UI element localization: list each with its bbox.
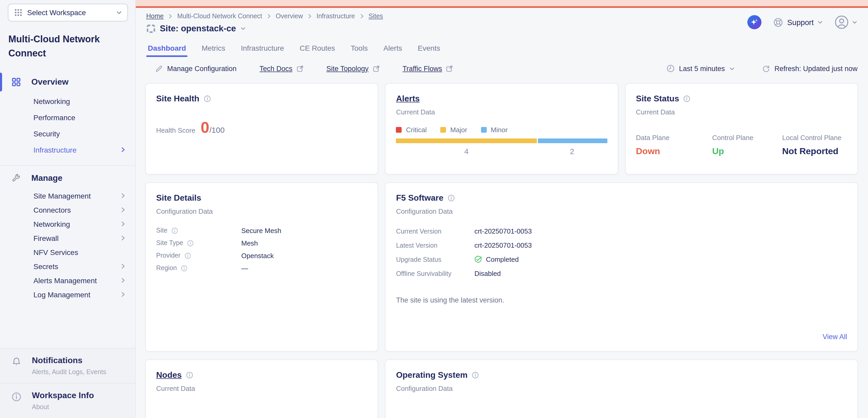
refresh-label: Refresh: Updated just now xyxy=(775,64,858,72)
alerts-stacked-bar[interactable] xyxy=(396,139,608,143)
sidebar-item-label: Firewall xyxy=(33,234,120,242)
tech-docs-link[interactable]: Tech Docs xyxy=(259,64,304,72)
sidebar-item-alerts-management[interactable]: Alerts Management xyxy=(0,273,135,287)
tab-infrastructure[interactable]: Infrastructure xyxy=(241,44,284,57)
nav-section-label: Manage xyxy=(31,174,62,183)
detail-value: Completed xyxy=(486,256,519,263)
info-icon[interactable] xyxy=(184,252,191,259)
nodes-subtitle: Current Data xyxy=(156,385,367,392)
tab-tools[interactable]: Tools xyxy=(351,44,368,57)
status-value: Down xyxy=(636,146,712,157)
chevron-down-icon xyxy=(729,66,735,71)
info-icon[interactable] xyxy=(204,95,211,102)
workspace-selector[interactable]: Select Workspace xyxy=(8,4,128,22)
top-banner xyxy=(136,0,868,8)
tab-dashboard[interactable]: Dashboard xyxy=(148,44,186,57)
app-root: Select Workspace Multi-Cloud Network Con… xyxy=(0,0,868,418)
alerts-card: Alerts Current Data Critical Major Minor xyxy=(385,83,618,175)
traffic-flows-link[interactable]: Traffic Flows xyxy=(402,64,453,72)
row-upgrade-status: Upgrade Status Completed xyxy=(396,252,847,266)
sidebar-item-workspace-info[interactable]: Workspace Info About xyxy=(0,384,135,418)
sidebar-item-notifications[interactable]: Notifications Alerts, Audit Logs, Events xyxy=(0,349,135,383)
tab-alerts[interactable]: Alerts xyxy=(383,44,402,57)
sidebar-item-label: Connectors xyxy=(33,206,120,214)
detail-value: Secure Mesh xyxy=(241,227,367,234)
clock-icon xyxy=(666,64,675,72)
legend-label: Minor xyxy=(491,126,508,134)
sidebar-item-nfv-services[interactable]: NFV Services xyxy=(0,245,135,259)
sidebar-item-networking-manage[interactable]: Networking xyxy=(0,217,135,231)
detail-value: Mesh xyxy=(241,239,367,247)
status-label: Data Plane xyxy=(636,134,712,142)
breadcrumb-item[interactable]: Multi-Cloud Network Connect xyxy=(177,12,262,20)
tab-ce-routes[interactable]: CE Routes xyxy=(300,44,335,57)
notifications-label: Notifications xyxy=(32,356,106,365)
sidebar-item-networking[interactable]: Networking xyxy=(0,93,135,109)
chevron-right-icon xyxy=(120,147,126,153)
chevron-right-icon xyxy=(359,13,364,19)
detail-label: Upgrade Status xyxy=(396,256,441,263)
wrench-icon xyxy=(11,174,21,183)
alerts-subtitle: Current Data xyxy=(396,108,608,116)
chevron-right-icon xyxy=(120,193,126,199)
f5-software-message: The site is using the latest version. xyxy=(396,296,847,304)
chevron-right-icon xyxy=(266,13,272,19)
info-icon[interactable] xyxy=(171,227,178,234)
time-range-selector[interactable]: Last 5 minutes xyxy=(666,64,735,72)
tab-events[interactable]: Events xyxy=(418,44,440,57)
ai-assistant-button[interactable] xyxy=(747,15,762,29)
major-bar-segment[interactable] xyxy=(396,139,537,143)
detail-row-provider: Provider Openstack xyxy=(156,249,367,262)
chevron-down-icon[interactable] xyxy=(240,26,246,31)
alerts-title-link[interactable]: Alerts xyxy=(396,94,420,103)
sidebar-item-firewall[interactable]: Firewall xyxy=(0,231,135,245)
support-menu[interactable]: Support xyxy=(773,17,823,27)
site-topology-link[interactable]: Site Topology xyxy=(327,64,380,72)
tab-metrics[interactable]: Metrics xyxy=(202,44,225,57)
site-details-title: Site Details xyxy=(156,193,202,203)
sidebar-item-label: Log Management xyxy=(33,290,120,299)
breadcrumb-item[interactable]: Infrastructure xyxy=(316,12,355,20)
detail-label: Offline Survivability xyxy=(396,270,452,277)
workspace-info-label: Workspace Info xyxy=(32,391,94,400)
view-all-link[interactable]: View All xyxy=(823,333,847,341)
breadcrumb-item[interactable]: Overview xyxy=(276,12,303,20)
sidebar-item-label: Performance xyxy=(33,113,126,121)
manage-configuration-label: Manage Configuration xyxy=(167,64,237,72)
info-icon[interactable] xyxy=(683,95,691,102)
sidebar-item-secrets[interactable]: Secrets xyxy=(0,259,135,273)
sidebar-item-site-management[interactable]: Site Management xyxy=(0,189,135,203)
info-icon[interactable] xyxy=(186,371,193,379)
health-score-max: /100 xyxy=(210,125,224,134)
user-menu[interactable] xyxy=(835,15,858,29)
manage-configuration-button[interactable]: Manage Configuration xyxy=(155,64,237,72)
chevron-right-icon xyxy=(120,277,126,283)
minor-bar-segment[interactable] xyxy=(537,139,608,143)
main-area: Home Multi-Cloud Network Connect Overvie… xyxy=(136,0,868,418)
nodes-title-link[interactable]: Nodes xyxy=(156,370,182,380)
sidebar-item-label: Site Management xyxy=(33,191,120,200)
external-link-icon xyxy=(446,65,453,72)
status-value: Up xyxy=(712,146,782,157)
sidebar-item-log-management[interactable]: Log Management xyxy=(0,287,135,301)
info-icon[interactable] xyxy=(447,195,455,202)
info-icon[interactable] xyxy=(472,371,479,379)
chevron-down-icon xyxy=(116,9,122,16)
detail-label: Provider xyxy=(156,252,181,259)
sidebar-item-infrastructure[interactable]: Infrastructure xyxy=(0,142,135,158)
nav-section-overview[interactable]: Overview xyxy=(0,71,135,93)
data-plane-status: Data Plane Down xyxy=(636,134,712,157)
info-icon[interactable] xyxy=(181,265,187,271)
sidebar-item-performance[interactable]: Performance xyxy=(0,109,135,125)
sidebar-item-connectors[interactable]: Connectors xyxy=(0,203,135,217)
grid-dots-icon xyxy=(14,8,23,17)
info-icon[interactable] xyxy=(187,240,194,246)
nav-section-manage[interactable]: Manage xyxy=(0,168,135,189)
detail-value: — xyxy=(241,264,367,272)
sidebar-nav: Overview Networking Performance Security… xyxy=(0,71,135,301)
breadcrumb-sites[interactable]: Sites xyxy=(368,12,383,20)
refresh-button[interactable]: Refresh: Updated just now xyxy=(762,64,858,72)
breadcrumb-home[interactable]: Home xyxy=(146,12,164,20)
sidebar-item-security[interactable]: Security xyxy=(0,125,135,142)
detail-row-region: Region — xyxy=(156,262,367,274)
